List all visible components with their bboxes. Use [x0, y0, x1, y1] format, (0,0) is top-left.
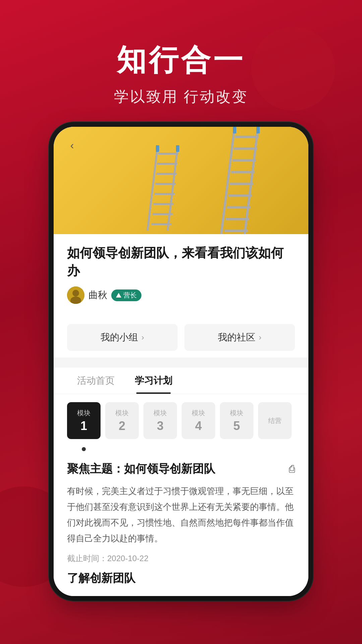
svg-rect-21 [156, 145, 159, 152]
chevron-right-icon-2: › [259, 333, 261, 342]
hero-subtitle: 学以致用 行动改变 [0, 87, 362, 107]
phone-mockup: ‹ [54, 127, 308, 596]
my-group-label: 我的小组 [101, 331, 138, 344]
article-hero-image: ‹ [54, 127, 308, 234]
badge-label: 营长 [123, 291, 137, 300]
focus-body: 有时候，完美主义者过于习惯于微观管理，事无巨细，以至于他们甚至没有意识到这个世界… [67, 483, 295, 546]
back-button[interactable]: ‹ [64, 137, 80, 154]
svg-rect-23 [233, 127, 236, 133]
author-badge: 营长 [111, 289, 141, 301]
article-title: 如何领导创新团队，来看看我们该如何办 [67, 244, 295, 280]
focus-title: 聚焦主题：如何领导创新团队 [67, 461, 215, 477]
active-dot [82, 447, 86, 451]
module-card-end[interactable]: 结营 [258, 402, 292, 439]
module-card-1[interactable]: 模块 1 [67, 402, 101, 439]
module-number-3: 3 [157, 419, 164, 433]
tabs-row: 活动首页 学习计划 [54, 368, 308, 394]
svg-point-26 [72, 290, 79, 297]
hero-title: 知行合一 [0, 40, 362, 80]
module-label-1: 模块 [77, 409, 90, 418]
back-arrow-icon: ‹ [70, 139, 74, 152]
dot-indicator [54, 447, 308, 454]
svg-rect-24 [256, 127, 260, 133]
module-card-2[interactable]: 模块 2 [105, 402, 139, 439]
deadline: 截止时间：2020-10-22 [67, 553, 295, 564]
module-card-5[interactable]: 模块 5 [220, 402, 253, 439]
tab-study-plan-label: 学习计划 [135, 375, 172, 386]
module-number-1: 1 [80, 419, 87, 433]
focus-section: 聚焦主题：如何领导创新团队 ⎙ 有时候，完美主义者过于习惯于微观管理，事无巨细，… [54, 454, 308, 596]
module-number-5: 5 [233, 419, 240, 433]
focus-header: 聚焦主题：如何领导创新团队 ⎙ [67, 461, 295, 477]
share-icon[interactable]: ⎙ [289, 463, 295, 475]
author-name: 曲秋 [88, 289, 107, 302]
module-label-4: 模块 [192, 409, 205, 418]
module-label-3: 模块 [154, 409, 167, 418]
author-row: 曲秋 营长 [67, 286, 295, 304]
author-avatar [67, 286, 84, 304]
module-card-3[interactable]: 模块 3 [143, 402, 177, 439]
module-card-4[interactable]: 模块 4 [182, 402, 215, 439]
module-label-end: 结营 [268, 416, 282, 425]
phone-wrapper: ‹ [0, 127, 362, 596]
section-title: 了解创新团队 [67, 571, 295, 586]
module-label-5: 模块 [230, 409, 243, 418]
nav-buttons: 我的小组 › 我的社区 › [54, 324, 308, 358]
article-content: 如何领导创新团队，来看看我们该如何办 曲秋 营长 [54, 234, 308, 324]
my-community-label: 我的社区 [218, 331, 255, 344]
svg-line-1 [168, 147, 178, 231]
tab-activity-home[interactable]: 活动首页 [67, 368, 125, 394]
module-number-4: 4 [195, 419, 202, 433]
hero-section: 知行合一 学以致用 行动改变 [0, 0, 362, 127]
my-group-button[interactable]: 我的小组 › [67, 324, 178, 351]
modules-row: 模块 1 模块 2 模块 3 模块 4 模块 5 结营 [54, 394, 308, 447]
module-number-2: 2 [119, 419, 125, 433]
module-label-2: 模块 [115, 409, 129, 418]
badge-icon [116, 293, 121, 298]
my-community-button[interactable]: 我的社区 › [184, 324, 295, 351]
chevron-right-icon: › [141, 333, 144, 342]
tab-study-plan[interactable]: 学习计划 [125, 368, 182, 394]
svg-line-0 [147, 147, 158, 231]
svg-rect-22 [176, 145, 179, 152]
hero-illustration [54, 127, 308, 234]
tab-activity-home-label: 活动首页 [77, 375, 115, 386]
